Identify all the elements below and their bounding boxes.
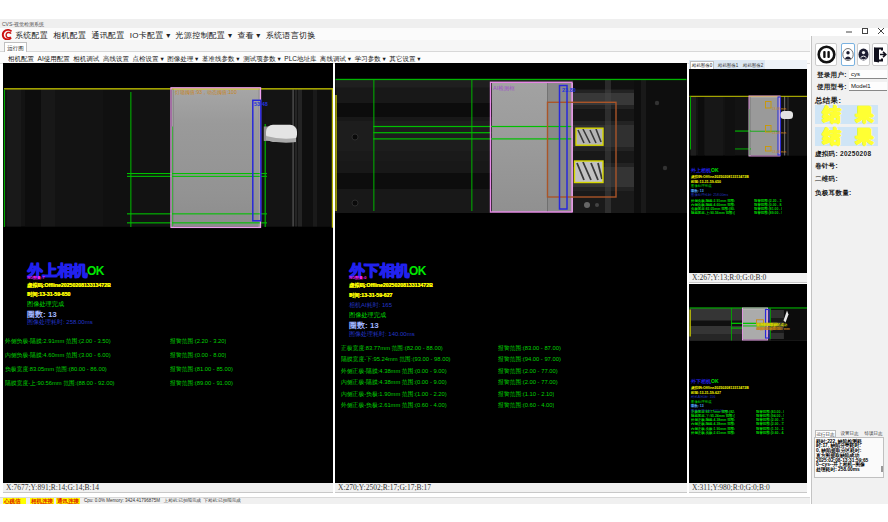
svg-text:虚拟码:Offline2025020813313472B: 虚拟码:Offline2025020813313472B (690, 174, 749, 179)
svg-text:AI检测框: AI检测框 (493, 85, 515, 92)
svg-text:53.48 mm: 53.48 mm (772, 131, 787, 135)
svg-text:23.80: 23.80 (562, 87, 576, 93)
svg-text:圈数: 13: 圈数: 13 (691, 403, 704, 408)
svg-text:外上相机OK: 外上相机OK (690, 167, 719, 174)
svg-text:53.48: 53.48 (254, 101, 268, 107)
svg-text:灯箱阈值:93，动态阈值:100: 灯箱阈值:93，动态阈值:100 (175, 89, 237, 96)
svg-text:阈值:93 动态:100 mm: 阈值:93 动态:100 mm (757, 327, 790, 331)
svg-text:时间:13-31-59-627: 时间:13-31-59-627 (691, 390, 721, 395)
svg-text:外下相机OK: 外下相机OK (690, 378, 719, 385)
svg-text:图像处理完成: 图像处理完成 (691, 399, 712, 404)
svg-text:图像处理完成: 图像处理完成 (691, 183, 712, 188)
svg-text:53.48 mm: 53.48 mm (772, 150, 787, 154)
svg-text:53.48 mm: 53.48 mm (772, 107, 787, 111)
svg-text:虚拟码:Offline2025020813313472B: 虚拟码:Offline2025020813313472B (690, 385, 749, 390)
svg-text:图像处理耗时: 258.00ms: 图像处理耗时: 258.00ms (691, 192, 728, 197)
svg-text:圈数: 13: 圈数: 13 (691, 188, 704, 193)
svg-text:时间:13-31-59-650: 时间:13-31-59-650 (691, 179, 721, 184)
svg-text:相机AI耗时: 156: 相机AI耗时: 156 (690, 395, 715, 399)
